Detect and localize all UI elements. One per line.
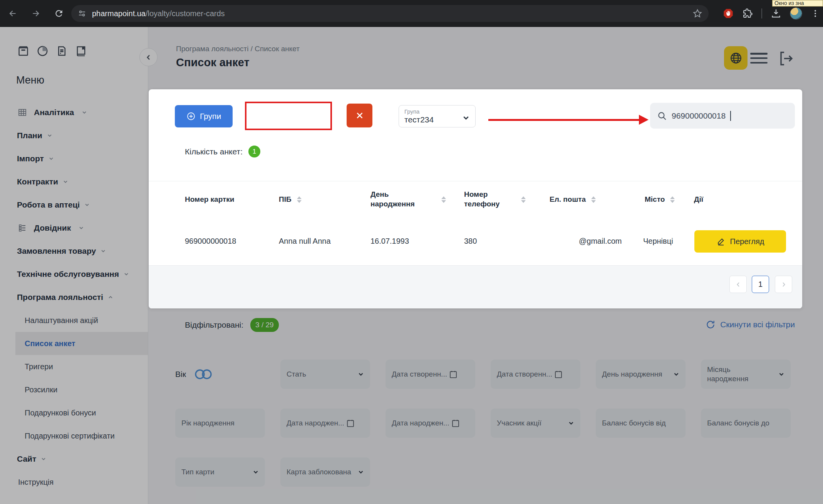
chevron-down-icon bbox=[462, 114, 470, 122]
pagination-prev-button[interactable] bbox=[729, 276, 747, 293]
cell-email: @gmail.com bbox=[579, 217, 622, 265]
pagination-next-button[interactable] bbox=[775, 276, 792, 293]
group-select[interactable]: Група тест234 bbox=[399, 105, 476, 127]
url-host: pharmapoint.ua bbox=[92, 9, 146, 18]
browser-chrome: pharmapoint.ua/loyalty/customer-cards bbox=[0, 0, 823, 27]
column-name[interactable]: ПІБ bbox=[279, 181, 302, 218]
forward-icon[interactable] bbox=[30, 8, 42, 19]
chevron-right-icon bbox=[781, 282, 786, 287]
column-label: Номер картки bbox=[185, 195, 235, 204]
column-actions: Дії bbox=[694, 181, 703, 218]
address-bar[interactable]: pharmapoint.ua/loyalty/customer-cards bbox=[71, 5, 709, 22]
text-caret bbox=[730, 111, 731, 121]
edit-pencil-icon bbox=[716, 237, 726, 246]
adblock-extension-icon[interactable] bbox=[723, 8, 734, 19]
group-select-value: тест234 bbox=[404, 115, 470, 124]
sort-icon[interactable] bbox=[591, 196, 596, 203]
column-card-number: Номер картки bbox=[185, 181, 235, 218]
column-birthday[interactable]: День народження bbox=[370, 181, 446, 218]
clear-group-button[interactable] bbox=[347, 104, 372, 127]
group-select-label: Група bbox=[404, 108, 470, 115]
cell-card-number: 969000000018 bbox=[185, 217, 236, 265]
url-text: pharmapoint.ua/loyalty/customer-cards bbox=[92, 9, 692, 18]
site-info-icon[interactable] bbox=[77, 9, 87, 18]
table-footer: 1 bbox=[149, 265, 802, 308]
column-label: ПІБ bbox=[279, 195, 292, 204]
sort-icon[interactable] bbox=[441, 196, 446, 203]
search-icon bbox=[657, 111, 667, 121]
column-label: Дії bbox=[694, 195, 703, 204]
url-path: /loyalty/customer-cards bbox=[146, 9, 225, 18]
column-phone[interactable]: Номер телефону bbox=[464, 181, 526, 218]
view-button-label: Перегляд bbox=[730, 237, 764, 246]
cell-city: Чернівці bbox=[643, 217, 673, 265]
plus-circle-icon bbox=[186, 112, 196, 121]
sort-icon[interactable] bbox=[521, 196, 526, 203]
cell-phone: 380 bbox=[464, 217, 477, 265]
extensions-icon[interactable] bbox=[742, 8, 753, 19]
column-label: Ел. пошта bbox=[550, 195, 586, 204]
column-city[interactable]: Місто bbox=[645, 181, 675, 218]
cards-count-label: Кількість анкет: bbox=[185, 147, 243, 156]
groups-button[interactable]: Групи bbox=[175, 105, 233, 127]
app-root: Меню Аналітика Плани Імпорт Контракти Ро… bbox=[0, 27, 823, 504]
cell-name: Anna null Anna bbox=[279, 217, 331, 265]
column-label: День народження bbox=[370, 190, 429, 209]
close-icon bbox=[355, 111, 365, 121]
reload-icon[interactable] bbox=[53, 8, 65, 19]
cards-count: Кількість анкет: 1 bbox=[185, 146, 260, 157]
pagination-page-1[interactable]: 1 bbox=[752, 276, 769, 293]
cell-birthday: 16.07.1993 bbox=[370, 217, 409, 265]
os-tooltip-fragment: Окно из зна bbox=[772, 0, 823, 7]
chrome-divider bbox=[761, 8, 762, 18]
cards-count-badge: 1 bbox=[248, 146, 260, 157]
search-input[interactable]: 969000000018 bbox=[650, 103, 795, 129]
annotation-arrow bbox=[488, 115, 649, 125]
table-header: Номер картки ПІБ День народження Номер т… bbox=[149, 181, 802, 217]
chevron-left-icon bbox=[736, 282, 741, 287]
downloads-icon[interactable] bbox=[771, 8, 781, 19]
view-button[interactable]: Перегляд bbox=[694, 230, 786, 253]
profile-avatar[interactable] bbox=[790, 7, 802, 20]
chrome-menu-icon[interactable] bbox=[811, 9, 820, 18]
table-row: 969000000018 Anna null Anna 16.07.1993 3… bbox=[149, 217, 802, 265]
search-value: 969000000018 bbox=[672, 111, 726, 121]
column-label: Місто bbox=[645, 195, 665, 204]
back-icon[interactable] bbox=[7, 8, 18, 19]
sort-icon[interactable] bbox=[297, 196, 302, 203]
column-label: Номер телефону bbox=[464, 190, 510, 209]
groups-button-label: Групи bbox=[200, 112, 221, 121]
annotation-highlight-box bbox=[245, 102, 332, 130]
sort-icon[interactable] bbox=[670, 196, 675, 203]
bookmark-star-icon[interactable] bbox=[692, 8, 702, 18]
column-email[interactable]: Ел. пошта bbox=[550, 181, 596, 218]
